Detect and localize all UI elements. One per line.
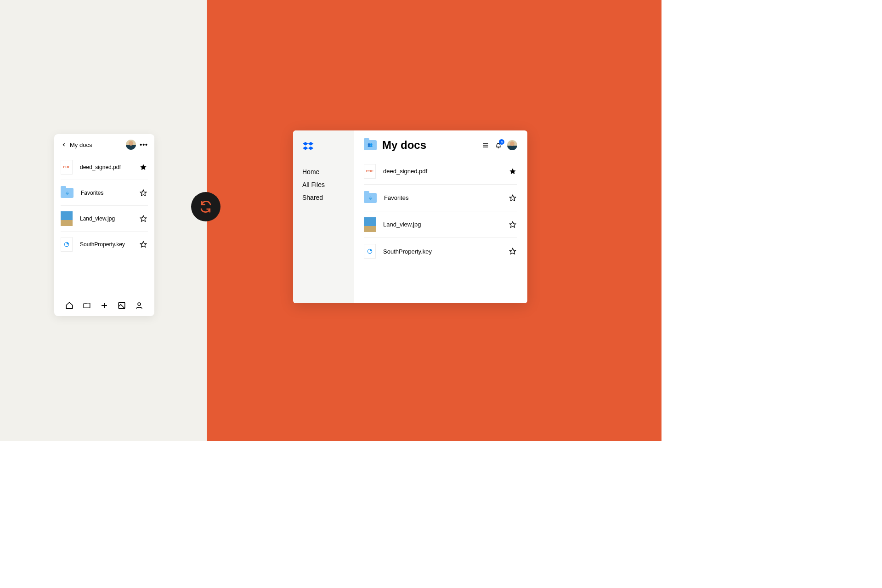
mobile-file-list: PDF deed_signed.pdf ⬙ Favorites Land_vie…: [54, 154, 154, 297]
star-button[interactable]: [139, 189, 148, 197]
add-icon[interactable]: [100, 301, 108, 310]
desktop-header-actions: 3: [481, 140, 517, 150]
dropbox-logo-icon[interactable]: [302, 141, 345, 154]
files-icon[interactable]: [83, 301, 91, 310]
file-name: deed_signed.pdf: [383, 168, 508, 175]
image-thumbnail: [61, 211, 73, 226]
sidebar-item-all-files[interactable]: All Files: [302, 178, 345, 191]
svg-marker-2: [140, 215, 146, 221]
back-button[interactable]: [61, 141, 67, 148]
list-view-icon[interactable]: [481, 141, 490, 149]
notifications-icon[interactable]: 3: [494, 141, 503, 149]
account-icon[interactable]: [135, 301, 143, 310]
keynote-icon: [61, 237, 73, 252]
desktop-app-card: Home All Files Shared 👥 My docs 3 PDF: [293, 130, 527, 303]
mobile-folder-title: My docs: [70, 141, 126, 148]
star-button[interactable]: [508, 168, 517, 175]
star-button[interactable]: [508, 221, 517, 228]
svg-marker-0: [140, 164, 146, 170]
sidebar-item-shared[interactable]: Shared: [302, 191, 345, 204]
keynote-icon: [364, 244, 376, 259]
sidebar-item-home[interactable]: Home: [302, 165, 345, 178]
svg-marker-15: [509, 221, 515, 227]
file-name: SouthProperty.key: [383, 248, 508, 255]
star-button[interactable]: [139, 164, 148, 171]
star-button[interactable]: [508, 194, 517, 202]
file-row[interactable]: SouthProperty.key: [61, 232, 148, 257]
desktop-main: 👥 My docs 3 PDF deed_signed.pdf: [354, 130, 527, 303]
folder-icon: ⬙: [364, 193, 377, 203]
svg-marker-1: [140, 190, 146, 196]
mobile-app-card: My docs ••• PDF deed_signed.pdf ⬙ Favori…: [54, 134, 154, 316]
pdf-icon: PDF: [61, 160, 73, 175]
pdf-icon: PDF: [364, 164, 376, 179]
shared-folder-icon: 👥: [364, 140, 377, 150]
file-row[interactable]: SouthProperty.key: [364, 238, 517, 265]
file-row[interactable]: PDF deed_signed.pdf: [61, 154, 148, 180]
desktop-file-list: PDF deed_signed.pdf ⬙ Favorites Land_vie…: [364, 158, 517, 265]
file-name: deed_signed.pdf: [80, 164, 139, 170]
svg-marker-17: [509, 248, 515, 254]
desktop-header: 👥 My docs 3: [364, 139, 517, 152]
notification-badge: 3: [499, 139, 504, 145]
file-name: SouthProperty.key: [80, 241, 139, 248]
avatar[interactable]: [126, 140, 136, 150]
svg-point-8: [138, 303, 141, 305]
file-row[interactable]: PDF deed_signed.pdf: [364, 158, 517, 185]
file-name: Favorites: [81, 190, 139, 196]
star-button[interactable]: [139, 215, 148, 222]
file-row[interactable]: Land_view.jpg: [364, 211, 517, 238]
desktop-sidebar: Home All Files Shared: [293, 130, 354, 303]
star-button[interactable]: [508, 248, 517, 255]
star-button[interactable]: [139, 241, 148, 248]
folder-icon: ⬙: [61, 188, 74, 198]
file-row[interactable]: ⬙ Favorites: [61, 180, 148, 206]
home-icon[interactable]: [65, 301, 74, 310]
mobile-bottom-nav: [54, 297, 154, 316]
image-thumbnail: [364, 217, 376, 232]
desktop-folder-title: My docs: [382, 139, 481, 152]
svg-marker-14: [509, 195, 515, 201]
file-name: Land_view.jpg: [80, 215, 139, 222]
more-menu-button[interactable]: •••: [140, 141, 148, 148]
sync-icon: [191, 192, 220, 221]
file-name: Land_view.jpg: [383, 221, 508, 228]
svg-marker-4: [140, 241, 146, 247]
svg-marker-13: [509, 168, 515, 174]
mobile-header: My docs •••: [54, 140, 154, 154]
sidebar-nav: Home All Files Shared: [302, 165, 345, 204]
file-row[interactable]: Land_view.jpg: [61, 206, 148, 232]
avatar[interactable]: [507, 140, 517, 150]
photos-icon[interactable]: [118, 301, 126, 310]
file-name: Favorites: [384, 194, 508, 201]
file-row[interactable]: ⬙ Favorites: [364, 185, 517, 211]
